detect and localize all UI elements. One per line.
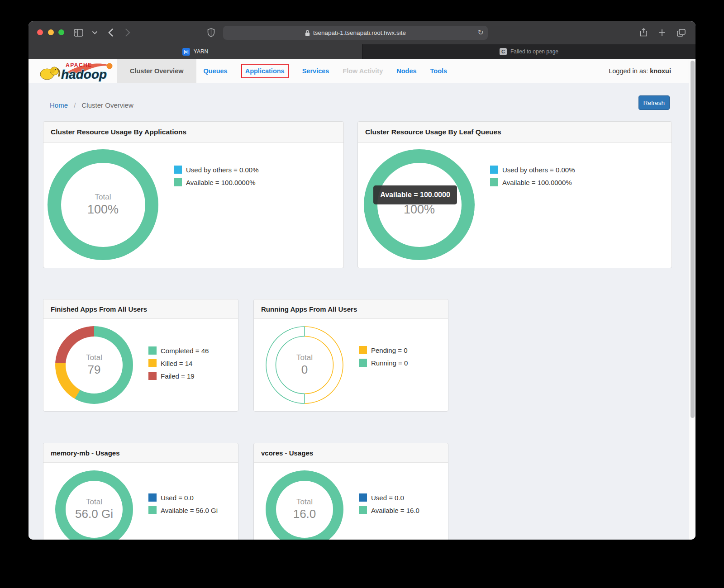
usage-applications-donut[interactable]: Total 100% [48, 149, 158, 260]
sidebar-toggle-icon[interactable] [72, 26, 85, 39]
donut-total-label: Total [86, 353, 102, 362]
legend-swatch [148, 506, 157, 514]
legend-swatch [148, 346, 157, 355]
tab-failed-page[interactable]: C Failed to open page [362, 44, 695, 59]
legend-swatch [148, 493, 157, 502]
reload-icon[interactable]: ↻ [478, 28, 484, 37]
logged-in-as: Logged in as:knoxui [609, 59, 689, 83]
legend-completed: Completed = 46 [148, 346, 209, 355]
fullscreen-window-button[interactable] [58, 29, 64, 35]
tab-strip: |o| YARN C Failed to open page [29, 44, 695, 59]
hadoop-logo[interactable]: APACHE hadoop [29, 59, 117, 83]
sidebar-chevron-down-icon[interactable] [88, 26, 101, 39]
memory-donut[interactable]: Total 56.0 Gi [55, 470, 133, 540]
url-text: tsenapati-1.tsenapati.root.hwx.site [313, 29, 406, 36]
nav-services[interactable]: Services [295, 59, 336, 83]
legend-pending: Pending = 0 [359, 346, 408, 354]
legend-running: Running = 0 [359, 359, 408, 367]
legend-swatch [174, 178, 182, 186]
legend-used: Used = 0.0 [359, 493, 419, 502]
legend-swatch [359, 506, 367, 514]
tab-overview-icon[interactable] [675, 26, 687, 39]
card-memory-usages: memory-mb - Usages Total 56.0 Gi Used = … [43, 443, 238, 540]
refresh-button[interactable]: Refresh [638, 95, 670, 110]
card-title: vcores - Usages [254, 443, 448, 463]
browser-window: tsenapati-1.tsenapati.root.hwx.site ↻ |o… [29, 21, 695, 540]
card-usage-by-leaf-queues: Cluster Resource Usage By Leaf Queues To… [357, 121, 672, 268]
card-title: memory-mb - Usages [43, 443, 238, 463]
tab-failed-title: Failed to open page [510, 48, 558, 55]
usage-queues-donut[interactable]: Total 100% [364, 149, 475, 260]
username: knoxui [650, 67, 671, 75]
tab-yarn[interactable]: |o| YARN [29, 44, 362, 59]
chart-tooltip: Available = 100.0000 [373, 185, 457, 204]
card-usage-by-applications: Cluster Resource Usage By Applications T… [43, 121, 344, 268]
nav-flow-activity: Flow Activity [336, 59, 390, 83]
legend-used: Used = 0.0 [148, 493, 218, 502]
donut-total-value: 0 [301, 363, 308, 377]
card-title: Running Apps From All Users [254, 299, 448, 319]
donut-total-value: 56.0 Gi [75, 507, 113, 521]
logo-hadoop-text: hadoop [61, 67, 107, 81]
legend-swatch [359, 359, 367, 367]
nav-cluster-overview[interactable]: Cluster Overview [117, 59, 196, 83]
card-running-apps: Running Apps From All Users Total 0 Pend… [253, 299, 448, 412]
legend-used-by-others: Used by others = 0.00% [490, 166, 575, 174]
breadcrumb: Home / Cluster Overview [50, 101, 133, 109]
new-tab-icon[interactable] [656, 26, 668, 39]
minimize-window-button[interactable] [48, 29, 54, 35]
share-icon[interactable] [637, 26, 650, 39]
nav-nodes[interactable]: Nodes [390, 59, 423, 83]
yarn-favicon: |o| [182, 48, 190, 56]
legend-swatch [490, 178, 498, 186]
legend-swatch [359, 346, 367, 354]
browser-toolbar: tsenapati-1.tsenapati.root.hwx.site ↻ [29, 21, 695, 44]
donut-total-label: Total [296, 353, 313, 362]
legend-swatch [359, 493, 367, 502]
nav-items: Cluster Overview Queues Applications Ser… [117, 59, 454, 83]
donut-total-label: Total [296, 498, 313, 507]
card-title: Cluster Resource Usage By Leaf Queues [358, 122, 672, 143]
nav-tools[interactable]: Tools [424, 59, 454, 83]
finished-apps-donut[interactable]: Total 79 [55, 326, 133, 404]
tab-c-favicon: C [500, 48, 507, 55]
running-apps-ring[interactable]: Total 0 [265, 325, 344, 405]
legend-available: Available = 56.0 Gi [148, 506, 218, 514]
nav-queues[interactable]: Queues [196, 59, 234, 83]
card-title: Cluster Resource Usage By Applications [43, 122, 343, 143]
vcores-donut[interactable]: Total 16.0 [266, 470, 343, 540]
nav-applications[interactable]: Applications [234, 59, 295, 83]
legend-swatch [148, 372, 157, 380]
donut-total-value: 100% [404, 203, 435, 217]
card-title: Finished Apps From All Users [43, 299, 238, 319]
back-button[interactable] [104, 26, 117, 39]
page-content: Home / Cluster Overview Refresh Cluster … [29, 83, 689, 540]
legend-available: Available = 100.0000% [174, 178, 259, 186]
legend-used-by-others: Used by others = 0.00% [174, 166, 259, 174]
donut-total-label: Total [95, 193, 111, 202]
vertical-scrollbar[interactable] [689, 59, 695, 540]
legend-failed: Failed = 19 [148, 372, 209, 380]
privacy-shield-icon[interactable] [205, 26, 217, 39]
breadcrumb-home-link[interactable]: Home [50, 101, 68, 109]
scrollbar-thumb[interactable] [691, 61, 695, 418]
donut-total-value: 16.0 [293, 507, 316, 521]
legend-killed: Killed = 14 [148, 359, 209, 367]
legend-swatch [174, 166, 182, 174]
legend-swatch [490, 166, 498, 174]
donut-total-value: 100% [87, 203, 119, 217]
donut-total-label: Total [86, 498, 102, 507]
legend-swatch [148, 359, 157, 367]
lock-icon [305, 30, 310, 36]
close-window-button[interactable] [37, 29, 43, 35]
address-bar[interactable]: tsenapati-1.tsenapati.root.hwx.site ↻ [223, 26, 488, 40]
legend-available: Available = 100.0000% [490, 178, 575, 186]
legend-available: Available = 16.0 [359, 506, 419, 514]
forward-button[interactable] [121, 26, 134, 39]
card-finished-apps: Finished Apps From All Users Total 79 Co… [43, 299, 238, 412]
tab-yarn-title: YARN [194, 48, 208, 55]
app-navbar: APACHE hadoop Cluster Overview Queues Ap… [29, 59, 689, 83]
donut-total-value: 79 [88, 363, 101, 377]
card-vcores-usages: vcores - Usages Total 16.0 Used = 0.0 Av… [253, 443, 448, 540]
breadcrumb-separator: / [74, 101, 76, 109]
